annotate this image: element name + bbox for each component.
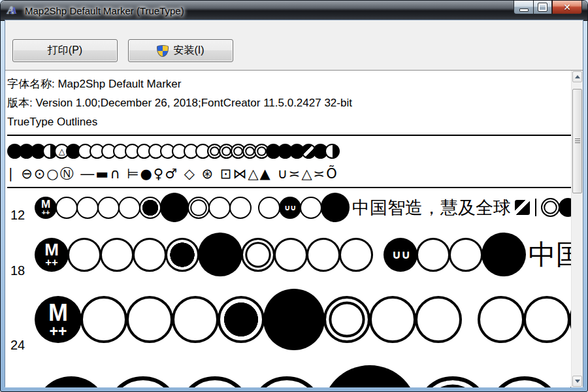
- marker-o-glyph: [172, 296, 219, 343]
- chinese-sample-text: 中国智造: [529, 237, 571, 273]
- window-title: Map2Shp Default Marker (TrueType): [25, 5, 184, 16]
- size-sample-row: 18M++∪∪中国智造: [7, 227, 571, 282]
- marker-o-glyph: [300, 197, 322, 219]
- marker-F-glyph: [321, 193, 350, 221]
- restore-button[interactable]: [533, 1, 552, 14]
- scrollbar-thumb[interactable]: [572, 89, 582, 193]
- toolbar: 打印(P) 安装(I): [5, 20, 583, 70]
- size-sample-row: 12M++∪∪中国智造，慧及全球N: [7, 188, 571, 227]
- marker-d-glyph: [416, 376, 489, 387]
- marker-F-glyph: [263, 289, 325, 350]
- scroll-up-icon: [575, 75, 580, 78]
- marker-gap-glyph: [372, 254, 385, 255]
- print-button[interactable]: 打印(P): [12, 39, 118, 62]
- marker-o-glyph: [178, 376, 252, 387]
- marker-fdot-glyph: [139, 197, 161, 219]
- font-file-icon: A A: [7, 4, 20, 17]
- font-outline-line: TrueType Outlines: [7, 112, 571, 131]
- glyph-strip: M++: [35, 365, 571, 387]
- marker-F-glyph: [482, 233, 526, 277]
- glyph-strip: M++∪∪中国智造，慧及全球N: [35, 193, 571, 221]
- marker-o-glyph: [208, 197, 231, 219]
- marker-o-glyph: [415, 296, 462, 343]
- marker-o-glyph: [274, 238, 308, 272]
- marker-h-glyph: [325, 144, 340, 159]
- font-preview-pane: 字体名称: Map2Shp Default Marker 版本: Version…: [5, 70, 583, 387]
- marker-o-glyph: [97, 197, 120, 219]
- point-size-label: 12: [7, 208, 35, 227]
- glyph-sample-row-symbols: ∣ ⊖⊙○Ⓝ ―▬∩ ⊨●♀♂ ◇ ⊛ ⊡⋈△▲ ∪≍△≍Õ: [7, 164, 571, 184]
- marker-o-glyph: [56, 197, 78, 219]
- marker-o-glyph: [488, 376, 561, 387]
- marker-o-glyph: [339, 238, 373, 272]
- marker-sq-glyph: [515, 200, 530, 215]
- chinese-sample-text: 中国智造，慧及全球: [352, 196, 511, 220]
- vertical-scrollbar[interactable]: [571, 71, 583, 387]
- scroll-down-button[interactable]: [572, 376, 582, 387]
- marker-logo-glyph: M++: [35, 238, 69, 272]
- marker-o-glyph: [118, 197, 140, 219]
- marker-logo-glyph: M++: [35, 376, 108, 387]
- marker-d-glyph: [188, 197, 210, 219]
- font-name-line: 字体名称: Map2Shp Default Marker: [7, 74, 571, 93]
- print-button-label: 打印(P): [48, 44, 82, 57]
- marker-gap-glyph: [461, 319, 480, 320]
- minimize-button[interactable]: [514, 1, 533, 14]
- marker-o-glyph: [133, 238, 167, 272]
- marker-d-glyph: [541, 198, 560, 217]
- point-size-label: 18: [7, 263, 35, 282]
- close-icon: ✕: [563, 3, 571, 12]
- size-sample-row: 24M++∪∪: [7, 282, 571, 357]
- marker-d-glyph: [241, 238, 275, 272]
- marker-F-glyph: [322, 365, 417, 387]
- marker-o-glyph: [478, 296, 525, 343]
- marker-o-glyph: [250, 376, 323, 387]
- glyph-strip: M++∪∪: [35, 289, 571, 350]
- marker-o-glyph: [449, 238, 483, 272]
- font-viewer-window: A A Map2Shp Default Marker (TrueType) ✕ …: [0, 0, 588, 392]
- marker-o-glyph: [258, 197, 280, 219]
- scroll-down-icon: [575, 380, 580, 383]
- marker-o-glyph: [416, 238, 450, 272]
- marker-o-glyph: [560, 376, 571, 387]
- marker-o-glyph: [523, 296, 570, 343]
- marker-logo-glyph: M++: [35, 197, 57, 219]
- marker-d-glyph: [323, 296, 370, 343]
- marker-F-glyph: [198, 233, 242, 277]
- marker-o-glyph: [80, 296, 127, 343]
- marker-o-glyph: [100, 238, 134, 272]
- separator-top: [7, 135, 571, 136]
- marker-fdot-glyph: [165, 238, 199, 272]
- point-size-label: 24: [7, 338, 35, 357]
- size-sample-row: M++: [7, 357, 571, 387]
- minimize-icon: [519, 8, 529, 12]
- close-button[interactable]: ✕: [552, 1, 582, 14]
- marker-fdot-glyph: [218, 296, 265, 343]
- marker-F-glyph: [160, 193, 189, 221]
- marker-face-glyph: ∪∪: [279, 197, 301, 219]
- marker-o-glyph: [229, 197, 252, 219]
- font-version-line: 版本: Version 1.00;December 26, 2018;FontC…: [7, 93, 571, 112]
- marker-o-glyph: [126, 296, 173, 343]
- marker-face-glyph: ∪∪: [384, 238, 417, 272]
- marker-o-glyph: [106, 376, 180, 387]
- glyph-strip: M++∪∪中国智造: [35, 233, 571, 277]
- window-controls: ✕: [514, 1, 582, 14]
- size-sample-rows: 12M++∪∪中国智造，慧及全球N18M++∪∪中国智造24M++∪∪M++: [7, 188, 571, 387]
- scrollbar-grip-icon: [575, 139, 580, 144]
- window-body: 打印(P) 安装(I) 字体名称: Map2Shp Default Marker…: [5, 20, 583, 386]
- scroll-up-button[interactable]: [572, 71, 582, 82]
- marker-o-glyph: [76, 197, 99, 219]
- glyph-sample-row-circles: △: [7, 138, 571, 164]
- restore-icon: [538, 3, 547, 11]
- marker-f-glyph: [559, 198, 571, 217]
- marker-o-glyph: [306, 238, 340, 272]
- install-button-label: 安装(I): [173, 44, 204, 57]
- install-button[interactable]: 安装(I): [128, 39, 233, 62]
- title-bar[interactable]: A A Map2Shp Default Marker (TrueType) ✕: [1, 1, 587, 21]
- uac-shield-icon: [157, 45, 169, 57]
- marker-o-glyph: [369, 296, 416, 343]
- marker-o-glyph: [67, 238, 101, 272]
- marker-logo-glyph: M++: [35, 296, 82, 343]
- font-preview-content: 字体名称: Map2Shp Default Marker 版本: Version…: [5, 71, 571, 387]
